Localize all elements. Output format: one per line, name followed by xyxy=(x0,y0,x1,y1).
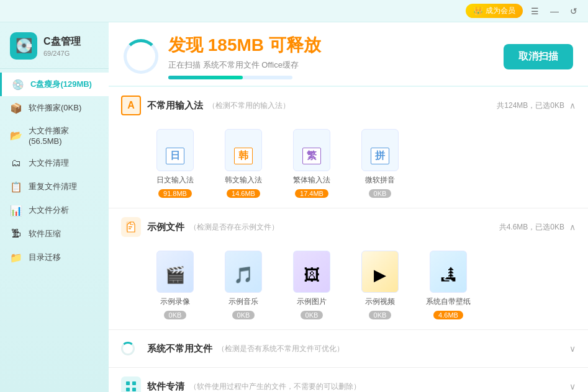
section-stat-input-method: 共124MB，已选0KB xyxy=(497,100,564,111)
sidebar: 💽 C盘管理 69/247G 💿C盘瘦身(129MB)📦软件搬家(0KB)📂大文… xyxy=(0,22,109,392)
nav-icon-slim: 💿 xyxy=(12,78,24,91)
chevron-input-method[interactable]: ∧ xyxy=(569,100,576,110)
sidebar-item-dup-clean[interactable]: 📋重复文件清理 xyxy=(0,175,109,198)
nav-label-dir-move: 目录迁移 xyxy=(29,252,61,263)
file-size-badge-0: 91.8MB xyxy=(158,189,192,198)
section-title-input-method: 不常用输入法 xyxy=(147,100,203,112)
section-icon-sys-unused xyxy=(121,339,141,359)
nav-icon-software-move: 📦 xyxy=(10,102,22,114)
section-icon-software-clean xyxy=(121,376,141,392)
vip-button[interactable]: 👑 成为会员 xyxy=(466,4,523,18)
close-icon[interactable]: ↺ xyxy=(567,5,581,17)
vip-label: 成为会员 xyxy=(486,6,515,16)
section-desc-input-method: （检测不常用的输入法） xyxy=(208,100,290,111)
file-item-1[interactable]: 🎵示例音乐0KB xyxy=(215,251,271,319)
section-header-software-clean[interactable]: 软件专清（软件使用过程中产生的文件，不需要的可以删除）∨ xyxy=(109,368,588,392)
scan-sub: 正在扫描 系统不常用文件 Office缓存 xyxy=(168,60,321,71)
progress-bar-wrap xyxy=(168,76,292,79)
file-size-badge-3: 0KB xyxy=(369,189,392,198)
file-icon-1: 🎵 xyxy=(233,265,253,285)
sidebar-item-software-move[interactable]: 📦软件搬家(0KB) xyxy=(0,96,109,120)
items-grid-sample-files: 🎬示例录像0KB🎵示例音乐0KB🖼示例图片0KB▶示例视频0KB🏞系统自带壁纸4… xyxy=(109,246,588,329)
section-desc-sample-files: （检测是否存在示例文件） xyxy=(189,222,279,233)
nav-label-large-move: 大文件搬家(56.5MB) xyxy=(29,125,99,146)
file-icon-3: ▶ xyxy=(374,265,386,285)
sidebar-item-dir-move[interactable]: 📁目录迁移 xyxy=(0,246,109,269)
section-header-input-method[interactable]: A不常用输入法（检测不常用的输入法）共124MB，已选0KB∧ xyxy=(109,87,588,124)
file-thumb-1: 🎵 xyxy=(225,251,262,293)
section-software-clean: 软件专清（软件使用过程中产生的文件，不需要的可以删除）∨ xyxy=(109,368,588,392)
spinner-ring xyxy=(124,39,158,74)
file-item-4[interactable]: 🏞系统自带壁纸4.6MB xyxy=(420,251,476,319)
file-thumb-3: ▶ xyxy=(361,251,399,293)
scan-title-prefix: 发现 xyxy=(168,35,208,55)
sidebar-nav: 💿C盘瘦身(129MB)📦软件搬家(0KB)📂大文件搬家(56.5MB)🗂大文件… xyxy=(0,69,109,392)
section-icon-input-method: A xyxy=(121,96,141,115)
scan-header: 发现 185MB 可释放 正在扫描 系统不常用文件 Office缓存 取消扫描 xyxy=(109,22,588,87)
svg-rect-3 xyxy=(126,381,130,385)
file-size-badge-0: 0KB xyxy=(164,311,187,319)
topbar: 👑 成为会员 ☰ — ↺ xyxy=(0,0,588,22)
scroll-area[interactable]: A不常用输入法（检测不常用的输入法）共124MB，已选0KB∧日日文输入法91.… xyxy=(109,87,588,392)
nav-icon-compress: 🗜 xyxy=(10,228,22,240)
main-layout: 💽 C盘管理 69/247G 💿C盘瘦身(129MB)📦软件搬家(0KB)📂大文… xyxy=(0,22,588,392)
crown-icon: 👑 xyxy=(473,6,483,16)
file-name-1: 韩文输入法 xyxy=(225,175,262,185)
nav-label-slim: C盘瘦身(129MB) xyxy=(30,79,92,90)
nav-icon-large-analyze: 📊 xyxy=(10,204,22,216)
main-content: 发现 185MB 可释放 正在扫描 系统不常用文件 Office缓存 取消扫描 … xyxy=(109,22,588,392)
file-item-2[interactable]: 🖼示例图片0KB xyxy=(284,251,340,319)
spinner-wrap xyxy=(124,39,158,74)
scan-text-wrap: 发现 185MB 可释放 正在扫描 系统不常用文件 Office缓存 xyxy=(168,33,321,79)
file-name-0: 日文输入法 xyxy=(156,175,194,185)
nav-label-large-clean: 大文件清理 xyxy=(29,158,69,169)
file-item-3[interactable]: ▶示例视频0KB xyxy=(352,251,408,319)
sidebar-item-large-analyze[interactable]: 📊大文件分析 xyxy=(0,198,109,222)
sidebar-item-slim[interactable]: 💿C盘瘦身(129MB) xyxy=(0,73,109,96)
section-input-method: A不常用输入法（检测不常用的输入法）共124MB，已选0KB∧日日文输入法91.… xyxy=(109,87,588,208)
chevron-sys-unused[interactable]: ∨ xyxy=(569,344,576,354)
nav-label-large-analyze: 大文件分析 xyxy=(29,205,69,216)
section-right-input-method: 共124MB，已选0KB∧ xyxy=(497,100,576,111)
file-size-badge-2: 0KB xyxy=(301,311,323,319)
sidebar-header: 💽 C盘管理 69/247G xyxy=(0,22,109,69)
section-header-sys-unused[interactable]: 系统不常用文件（检测是否有系统不常用文件可优化）∨ xyxy=(109,330,588,367)
svg-rect-4 xyxy=(132,381,136,385)
nav-label-software-move: 软件搬家(0KB) xyxy=(29,102,81,114)
svg-rect-5 xyxy=(126,388,130,391)
loading-icon-sys-unused xyxy=(121,342,135,355)
scan-title-suffix: 可释放 xyxy=(264,35,321,55)
file-thumb-2: 繁 xyxy=(293,129,330,171)
file-thumb-label-1: 韩 xyxy=(234,148,253,164)
file-item-3[interactable]: 拼微软拼音0KB xyxy=(352,129,408,198)
file-thumb-3: 拼 xyxy=(361,129,399,171)
scan-info: 发现 185MB 可释放 正在扫描 系统不常用文件 Office缓存 xyxy=(124,33,321,79)
section-icon-sample-files xyxy=(121,217,141,237)
sidebar-item-large-clean[interactable]: 🗂大文件清理 xyxy=(0,151,109,175)
section-header-sample-files[interactable]: 示例文件（检测是否存在示例文件）共4.6MB，已选0KB∧ xyxy=(109,208,588,246)
sidebar-item-large-move[interactable]: 📂大文件搬家(56.5MB) xyxy=(0,120,109,151)
chevron-sample-files[interactable]: ∧ xyxy=(569,222,576,232)
hdd-icon: 💽 xyxy=(16,38,32,54)
file-thumb-2: 🖼 xyxy=(293,251,330,293)
file-item-0[interactable]: 日日文输入法91.8MB xyxy=(147,129,203,198)
file-item-1[interactable]: 韩韩文输入法14.6MB xyxy=(215,129,271,198)
file-item-0[interactable]: 🎬示例录像0KB xyxy=(147,251,203,319)
file-thumb-4: 🏞 xyxy=(430,251,467,293)
file-name-4: 系统自带壁纸 xyxy=(426,296,471,307)
file-name-1: 示例音乐 xyxy=(228,296,258,307)
menu-icon[interactable]: ☰ xyxy=(528,5,542,17)
cancel-button[interactable]: 取消扫描 xyxy=(504,44,573,69)
section-sys-unused: 系统不常用文件（检测是否有系统不常用文件可优化）∨ xyxy=(109,330,588,368)
file-thumb-label-0: 日 xyxy=(166,148,184,164)
progress-bar-fill xyxy=(168,76,243,79)
file-thumb-1: 韩 xyxy=(225,129,262,171)
chevron-software-clean[interactable]: ∨ xyxy=(569,381,576,391)
file-thumb-0: 日 xyxy=(156,129,194,171)
section-right-sample-files: 共4.6MB，已选0KB∧ xyxy=(499,222,576,233)
file-size-badge-4: 4.6MB xyxy=(433,311,463,319)
minimize-icon[interactable]: — xyxy=(547,5,562,17)
file-item-2[interactable]: 繁繁体输入法17.4MB xyxy=(284,129,340,198)
sidebar-item-compress[interactable]: 🗜软件压缩 xyxy=(0,222,109,246)
svg-rect-6 xyxy=(132,388,136,391)
